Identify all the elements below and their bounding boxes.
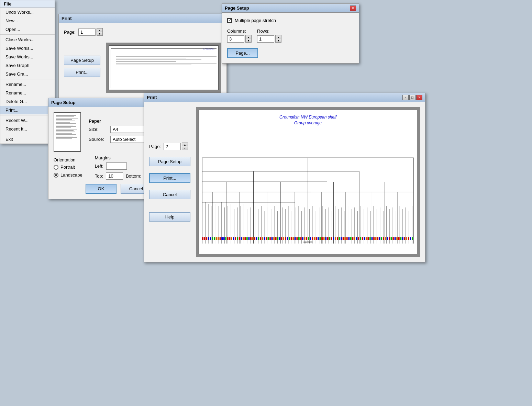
landscape-option[interactable]: Landscape xyxy=(54,172,82,178)
page-spin-up-back[interactable]: ▲ xyxy=(97,29,102,32)
page-spin-up-front[interactable]: ▲ xyxy=(182,143,188,146)
svg-rect-165 xyxy=(337,237,338,240)
columns-spin-down[interactable]: ▼ xyxy=(246,39,251,42)
svg-rect-181 xyxy=(367,237,369,240)
svg-rect-195 xyxy=(395,237,396,240)
svg-rect-116 xyxy=(243,237,244,240)
svg-rect-132 xyxy=(273,237,275,240)
preview-area-back: Groundfis... xyxy=(106,43,221,93)
portrait-radio[interactable] xyxy=(54,165,58,170)
menu-divider-1 xyxy=(0,34,55,35)
ok-btn[interactable]: OK xyxy=(86,184,117,194)
svg-rect-111 xyxy=(233,237,234,240)
page-label-back: Page: xyxy=(64,30,76,35)
svg-rect-133 xyxy=(275,237,277,240)
svg-rect-155 xyxy=(318,237,319,240)
svg-rect-145 xyxy=(298,237,300,240)
svg-rect-100 xyxy=(212,237,213,240)
top-input[interactable] xyxy=(106,172,123,180)
menu-divider-3 xyxy=(0,115,55,115)
menu-item-save-gra[interactable]: Save Gra... xyxy=(0,70,55,78)
landscape-radio[interactable] xyxy=(54,173,58,178)
columns-spin-up[interactable]: ▲ xyxy=(246,35,251,39)
menu-item-rename-2[interactable]: Rename... xyxy=(0,89,55,97)
print-dialog-front-body: Page: ▲ ▼ Page Setup Print... Cancel Hel… xyxy=(144,102,425,262)
page-input-back[interactable]: 1 xyxy=(78,29,96,36)
svg-rect-156 xyxy=(320,237,321,240)
chart-title: Groundfish NW European shelf Group avera… xyxy=(199,114,417,126)
multiple-page-row: ✓ Multiple page stretch xyxy=(227,18,354,23)
help-btn-front[interactable]: Help xyxy=(149,212,190,222)
rows-spin-down[interactable]: ▼ xyxy=(276,39,281,42)
svg-rect-199 xyxy=(402,237,403,240)
svg-rect-191 xyxy=(387,237,388,240)
svg-rect-129 xyxy=(268,237,269,240)
svg-rect-175 xyxy=(356,237,357,240)
maximize-btn[interactable]: □ xyxy=(409,95,415,100)
menu-item-save-graph[interactable]: Save Graph xyxy=(0,61,55,70)
close-btn-front[interactable]: × xyxy=(416,95,422,100)
menu-item-new[interactable]: New... xyxy=(0,16,55,25)
menu-divider-2 xyxy=(0,79,55,79)
menu-item-delete-g[interactable]: Delete G... xyxy=(0,97,55,106)
portrait-option[interactable]: Portrait xyxy=(54,165,82,170)
svg-rect-151 xyxy=(310,237,311,240)
svg-rect-138 xyxy=(285,237,286,240)
svg-rect-117 xyxy=(244,237,246,240)
page-input-front[interactable] xyxy=(164,143,181,150)
menu-item-recent-w[interactable]: Recent W... xyxy=(0,116,55,125)
page-setup-top-close-btn[interactable]: × xyxy=(350,5,356,11)
svg-rect-198 xyxy=(400,237,402,240)
svg-rect-147 xyxy=(302,237,303,240)
svg-rect-139 xyxy=(287,237,288,240)
svg-rect-124 xyxy=(258,237,259,240)
menu-item-rename-1[interactable]: Rename... xyxy=(0,80,55,89)
svg-rect-203 xyxy=(410,237,411,240)
dendrogram-svg: Species xyxy=(199,137,417,244)
columns-label: Columns: xyxy=(227,29,252,34)
preview-inner-back: Groundfis... xyxy=(109,45,219,90)
print-btn-front[interactable]: Print... xyxy=(149,173,190,183)
svg-rect-140 xyxy=(289,237,290,240)
svg-rect-187 xyxy=(379,237,380,240)
page-setup-btn-back[interactable]: Page Setup xyxy=(64,56,100,65)
page-label-front: Page: xyxy=(149,144,161,149)
page-spin-down-front[interactable]: ▼ xyxy=(182,146,188,150)
page-btn-top[interactable]: Page... xyxy=(227,48,258,58)
minimize-btn[interactable]: - xyxy=(402,95,409,100)
menu-item-undo[interactable]: Undo Works... xyxy=(0,8,55,16)
menu-item-save-works-1[interactable]: Save Works... xyxy=(0,44,55,53)
multiple-page-checkbox[interactable]: ✓ xyxy=(227,18,232,23)
columns-input[interactable] xyxy=(227,35,244,43)
svg-rect-202 xyxy=(408,237,409,240)
svg-rect-114 xyxy=(239,237,240,240)
page-setup-btn-front[interactable]: Page Setup xyxy=(149,157,190,166)
left-input[interactable] xyxy=(106,162,127,170)
svg-rect-166 xyxy=(339,237,340,240)
page-spin-down-back[interactable]: ▼ xyxy=(97,32,102,35)
svg-rect-99 xyxy=(210,237,211,240)
cancel-btn-front[interactable]: Cancel xyxy=(149,190,190,199)
svg-rect-197 xyxy=(398,237,400,240)
rows-group: Rows: ▲ ▼ xyxy=(257,29,281,43)
menu-item-exit[interactable]: Exit xyxy=(0,135,55,144)
columns-spin-arrows: ▲ ▼ xyxy=(245,35,252,43)
svg-rect-161 xyxy=(329,237,331,240)
svg-rect-189 xyxy=(383,237,384,240)
rows-spin-up[interactable]: ▲ xyxy=(276,35,281,39)
menu-item-recent-i[interactable]: Recent It... xyxy=(0,125,55,133)
svg-rect-150 xyxy=(308,237,309,240)
menu-item-close-works[interactable]: Close Works... xyxy=(0,35,55,44)
svg-rect-134 xyxy=(277,237,278,240)
print-dialog-back-title: Print xyxy=(62,16,224,21)
menu-item-open[interactable]: Open... xyxy=(0,25,55,34)
print-dialog-back-body: Page: 1 ▲ ▼ Page Setup Print... Groundfi… xyxy=(59,23,226,98)
svg-rect-183 xyxy=(372,237,373,240)
rows-input[interactable] xyxy=(257,35,274,43)
menu-item-save-works-2[interactable]: Save Works... xyxy=(0,53,55,61)
print-btn-back[interactable]: Print... xyxy=(64,68,100,77)
source-label: Source: xyxy=(89,137,108,142)
svg-rect-95 xyxy=(202,237,203,240)
svg-rect-204 xyxy=(412,237,413,240)
menu-item-print[interactable]: Print... xyxy=(0,106,55,114)
